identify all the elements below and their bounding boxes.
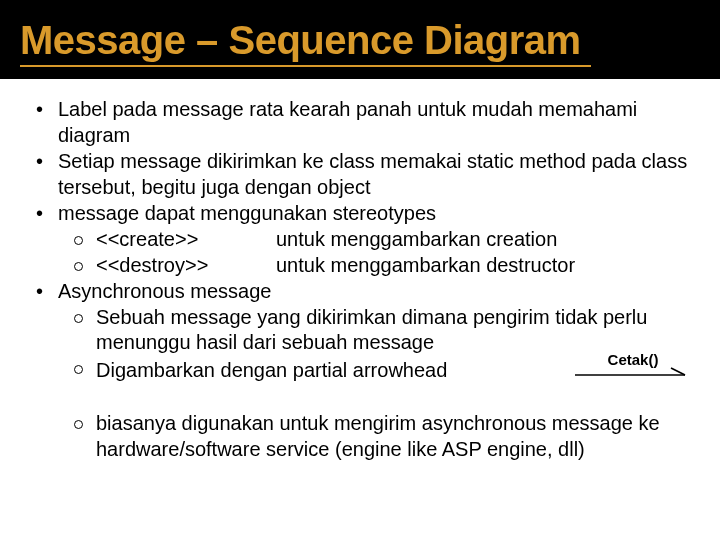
sub-item: <<create>> untuk menggambarkan creation (74, 227, 698, 253)
bullet-item: Label pada message rata kearah panah unt… (36, 97, 698, 148)
bullet-item: Setiap message dikirimkan ke class memak… (36, 149, 698, 200)
svg-line-1 (671, 368, 685, 375)
sub-list: Sebuah message yang dikirimkan dimana pe… (58, 305, 698, 383)
page-title: Message – Sequence Diagram (20, 18, 591, 67)
sub-text: Sebuah message yang dikirimkan dimana pe… (96, 306, 647, 354)
stereotype-label: <<destroy>> (96, 253, 276, 279)
sub-text: biasanya digunakan untuk mengirim asynch… (96, 412, 660, 460)
bullet-item: Asynchronous message Sebuah message yang… (36, 279, 698, 462)
sub-item: Digambarkan dengan partial arrowhead Cet… (74, 356, 698, 383)
bullet-text: Setiap message dikirimkan ke class memak… (58, 150, 687, 198)
sub-list: biasanya digunakan untuk mengirim asynch… (58, 411, 698, 462)
bullet-text: message dapat menggunakan stereotypes (58, 202, 436, 224)
sub-list: <<create>> untuk menggambarkan creation … (58, 227, 698, 278)
header-bar: Message – Sequence Diagram (0, 0, 720, 79)
stereotype-desc: untuk menggambarkan creation (276, 227, 557, 253)
sub-item: <<destroy>> untuk menggambarkan destruct… (74, 253, 698, 279)
async-arrow-diagram: Cetak() (568, 350, 698, 383)
partial-arrowhead-icon (573, 367, 693, 383)
bullet-list: Label pada message rata kearah panah unt… (36, 97, 698, 462)
bullet-text: Asynchronous message (58, 280, 271, 302)
content-area: Label pada message rata kearah panah unt… (0, 79, 720, 462)
sub-item: Sebuah message yang dikirimkan dimana pe… (74, 305, 698, 356)
bullet-item: message dapat menggunakan stereotypes <<… (36, 201, 698, 278)
stereotype-label: <<create>> (96, 227, 276, 253)
sub-item: biasanya digunakan untuk mengirim asynch… (74, 411, 698, 462)
bullet-text: Label pada message rata kearah panah unt… (58, 98, 637, 146)
sub-text: Digambarkan dengan partial arrowhead (96, 358, 447, 384)
stereotype-desc: untuk menggambarkan destructor (276, 253, 575, 279)
